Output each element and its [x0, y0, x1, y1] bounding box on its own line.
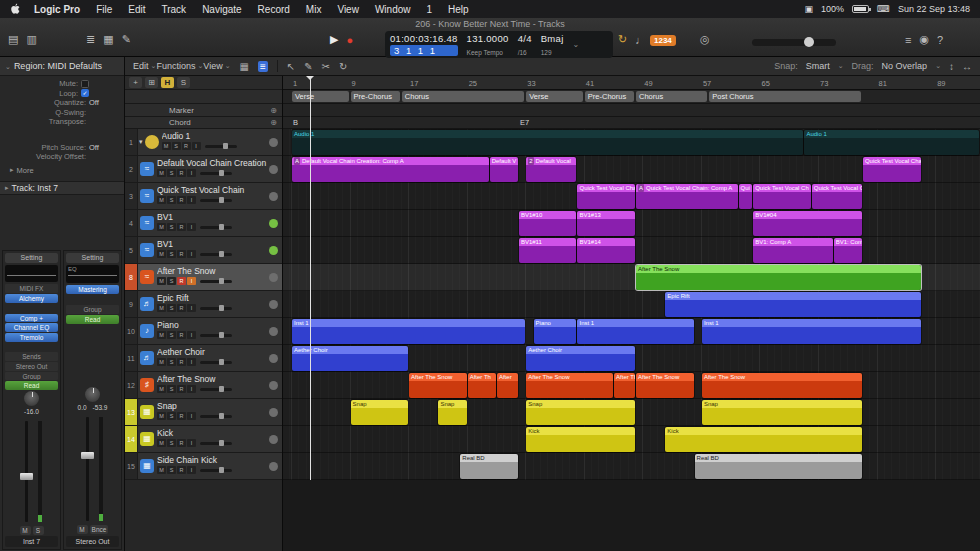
strip-section-label[interactable]: Group [66, 305, 119, 314]
track-header-15[interactable]: 15▦Side Chain KickMSRI [125, 453, 282, 480]
strip-button-s[interactable]: S [33, 526, 44, 535]
field-checkbox[interactable] [81, 80, 89, 88]
arrangement-lane[interactable]: VersePre-ChorusChorusVersePre-ChorusChor… [283, 90, 980, 104]
pointer-tool-icon[interactable]: ↖ [287, 61, 295, 72]
library-toggle-icon[interactable]: ▤ [8, 33, 18, 46]
track-pan-knob[interactable] [269, 246, 278, 255]
track-solo-button[interactable]: S [167, 385, 176, 393]
plugin-slot[interactable]: Mastering [66, 285, 119, 294]
track-record-button[interactable]: R [177, 169, 186, 177]
region[interactable]: Qui [739, 184, 753, 209]
strip-setting-button[interactable]: Setting [5, 253, 58, 263]
track-header-1[interactable]: 1▾Audio 1MSRI [125, 129, 282, 156]
arrangement-section[interactable]: Pre-Chorus [585, 91, 634, 102]
track-solo-button[interactable]: S [167, 304, 176, 312]
region[interactable]: BV1#10 [519, 211, 577, 236]
track-record-button[interactable]: R [177, 277, 186, 285]
arrangement-section[interactable]: Verse [526, 91, 583, 102]
region[interactable]: Kick [526, 427, 635, 452]
region[interactable]: Real BD [695, 454, 862, 479]
region[interactable]: After The Snow [636, 373, 694, 398]
automation-mode-button[interactable]: Read [5, 381, 58, 390]
region[interactable]: Snap [526, 400, 635, 425]
track-solo-button[interactable]: S [167, 439, 176, 447]
region[interactable]: Piano [534, 319, 577, 344]
play-button[interactable]: ▶ [330, 33, 338, 46]
track-pan-knob[interactable] [269, 192, 278, 201]
pan-knob[interactable] [85, 387, 100, 402]
track-mute-button[interactable]: M [157, 223, 166, 231]
lcd-division[interactable]: /16 [518, 49, 532, 56]
track-input-monitor-button[interactable]: I [187, 223, 196, 231]
track-mute-button[interactable]: M [157, 169, 166, 177]
toolbar-menu-view[interactable]: View⌄ [203, 61, 230, 71]
track-record-button[interactable]: R [177, 196, 186, 204]
region[interactable]: BV1#11 [519, 238, 577, 263]
pan-knob[interactable] [24, 391, 39, 406]
field-value[interactable]: Off [89, 98, 119, 107]
track-input-monitor-button[interactable]: I [187, 331, 196, 339]
disclosure-triangle-icon[interactable]: ▾ [139, 138, 143, 146]
track-solo-button[interactable]: S [167, 169, 176, 177]
track-header-5[interactable]: 5≈BV1MSRI [125, 237, 282, 264]
track-solo-button[interactable]: S [167, 277, 176, 285]
track-volume-slider[interactable] [200, 388, 232, 391]
region[interactable]: Aether Choir [526, 346, 635, 371]
scissors-tool-icon[interactable]: ✂ [322, 61, 330, 72]
chord-track-header[interactable]: Chord ⊕ [125, 117, 282, 129]
chord-symbol[interactable]: B [293, 118, 298, 127]
menu-file[interactable]: File [88, 4, 120, 15]
fader-cap[interactable] [20, 473, 33, 480]
track-solo-button[interactable]: S [167, 196, 176, 204]
region[interactable]: Inst 1 [702, 319, 921, 344]
plugin-slot[interactable]: Alchemy [5, 294, 58, 303]
region[interactable]: BV1#13 [577, 211, 635, 236]
lcd-tempo-mode[interactable]: Keep Tempo [467, 49, 509, 56]
track-volume-slider[interactable] [200, 415, 232, 418]
track-mute-button[interactable]: M [157, 277, 166, 285]
track-record-button[interactable]: R [177, 466, 186, 474]
region[interactable]: ADefault Vocal Chain Creation: Comp A [292, 157, 489, 182]
marker-track-header[interactable]: Marker ⊕ [125, 104, 282, 117]
region[interactable]: Inst 1 [292, 319, 525, 344]
track-header-11[interactable]: 11♬Aether ChoirMSRI [125, 345, 282, 372]
menu-navigate[interactable]: Navigate [194, 4, 249, 15]
vertical-zoom-icon[interactable]: ↕ [949, 61, 954, 72]
inspector-more-row[interactable]: ▸ More [0, 165, 124, 175]
arrangement-section[interactable]: Verse [292, 91, 349, 102]
region[interactable]: Snap [702, 400, 862, 425]
strip-section-label[interactable]: Stereo Out [5, 362, 58, 371]
track-solo-button[interactable]: S [167, 250, 176, 258]
lcd-smpte-time[interactable]: 01:00:03:16.48 [390, 33, 458, 44]
track-input-monitor-button[interactable]: I [187, 385, 196, 393]
master-volume-thumb[interactable] [804, 37, 814, 47]
drag-value[interactable]: No Overlap [882, 61, 928, 71]
record-button[interactable]: ● [346, 34, 353, 46]
track-volume-slider[interactable] [200, 253, 232, 256]
duplicate-track-button[interactable]: ⊞ [145, 77, 158, 88]
region[interactable]: Real BD [460, 454, 518, 479]
track-inspector-header[interactable]: ▸ Track: Inst 7 [0, 181, 124, 195]
catch-playhead-icon[interactable]: ≡ [258, 61, 268, 72]
cycle-button[interactable]: ↻ [618, 33, 627, 46]
arrangement-section[interactable]: Post Chorus [709, 91, 861, 102]
plugin-slot[interactable]: Tremolo [5, 333, 58, 342]
track-header-12[interactable]: 12♯After The SnowMSRI [125, 372, 282, 399]
track-record-button[interactable]: R [177, 439, 186, 447]
track-header-10[interactable]: 10♪PianoMSRI [125, 318, 282, 345]
chord-symbol[interactable]: E7 [520, 118, 529, 127]
menubar-clock[interactable]: Sun 22 Sep 13:48 [898, 4, 970, 14]
track-header-13[interactable]: 13▦SnapMSRI [125, 399, 282, 426]
region[interactable]: Quick Test Vocal Cha [812, 184, 862, 209]
hide-tracks-button[interactable]: H [161, 77, 174, 88]
collaboration-icon[interactable]: ◉ [919, 33, 929, 46]
snap-chevron-icon[interactable]: ⌄ [838, 62, 844, 70]
solo-tracks-button[interactable]: S [177, 77, 190, 88]
region[interactable]: Snap [351, 400, 409, 425]
track-mute-button[interactable]: M [157, 304, 166, 312]
menu-view[interactable]: View [329, 4, 367, 15]
track-record-button[interactable]: R [177, 223, 186, 231]
region[interactable]: BV1#04 [753, 211, 862, 236]
track-pan-knob[interactable] [269, 273, 278, 282]
track-volume-slider[interactable] [200, 307, 232, 310]
